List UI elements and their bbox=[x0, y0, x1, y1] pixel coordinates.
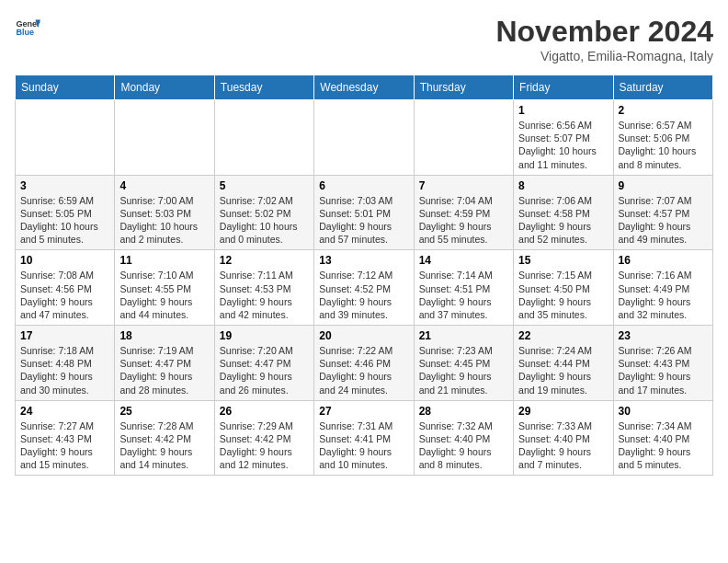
day-number: 9 bbox=[619, 179, 708, 192]
day-number: 30 bbox=[619, 405, 708, 418]
calendar-cell: 26Sunrise: 7:29 AM Sunset: 4:42 PM Dayli… bbox=[214, 400, 313, 476]
day-info: Sunrise: 7:32 AM Sunset: 4:40 PM Dayligh… bbox=[419, 419, 508, 472]
calendar-cell: 19Sunrise: 7:20 AM Sunset: 4:47 PM Dayli… bbox=[214, 326, 313, 401]
calendar-cell: 24Sunrise: 7:27 AM Sunset: 4:43 PM Dayli… bbox=[16, 400, 115, 476]
header: General Blue November 2024 Vigatto, Emil… bbox=[15, 15, 713, 63]
calendar-cell: 8Sunrise: 7:06 AM Sunset: 4:58 PM Daylig… bbox=[514, 175, 613, 250]
weekday-header-row: SundayMondayTuesdayWednesdayThursdayFrid… bbox=[16, 75, 713, 100]
calendar-cell: 2Sunrise: 6:57 AM Sunset: 5:06 PM Daylig… bbox=[613, 100, 712, 176]
day-info: Sunrise: 7:18 AM Sunset: 4:48 PM Dayligh… bbox=[20, 344, 109, 396]
weekday-header-sunday: Sunday bbox=[16, 75, 115, 100]
calendar-cell: 25Sunrise: 7:28 AM Sunset: 4:42 PM Dayli… bbox=[115, 400, 214, 476]
calendar-cell: 30Sunrise: 7:34 AM Sunset: 4:40 PM Dayli… bbox=[613, 400, 712, 476]
day-number: 8 bbox=[518, 179, 608, 192]
calendar-cell: 17Sunrise: 7:18 AM Sunset: 4:48 PM Dayli… bbox=[16, 326, 115, 401]
day-info: Sunrise: 7:00 AM Sunset: 5:03 PM Dayligh… bbox=[119, 194, 209, 247]
calendar-cell: 12Sunrise: 7:11 AM Sunset: 4:53 PM Dayli… bbox=[214, 250, 313, 326]
weekday-header-thursday: Thursday bbox=[414, 75, 513, 100]
calendar-cell: 15Sunrise: 7:15 AM Sunset: 4:50 PM Dayli… bbox=[514, 250, 613, 326]
calendar-cell: 1Sunrise: 6:56 AM Sunset: 5:07 PM Daylig… bbox=[514, 100, 613, 176]
calendar-table: SundayMondayTuesdayWednesdayThursdayFrid… bbox=[15, 75, 713, 476]
day-info: Sunrise: 6:57 AM Sunset: 5:06 PM Dayligh… bbox=[619, 119, 708, 171]
day-info: Sunrise: 7:14 AM Sunset: 4:51 PM Dayligh… bbox=[419, 269, 508, 321]
day-info: Sunrise: 7:27 AM Sunset: 4:43 PM Dayligh… bbox=[20, 419, 109, 472]
calendar-cell bbox=[314, 100, 414, 176]
calendar-cell: 11Sunrise: 7:10 AM Sunset: 4:55 PM Dayli… bbox=[115, 250, 214, 326]
day-info: Sunrise: 7:04 AM Sunset: 4:59 PM Dayligh… bbox=[419, 194, 508, 247]
day-number: 6 bbox=[319, 179, 408, 192]
day-info: Sunrise: 7:08 AM Sunset: 4:56 PM Dayligh… bbox=[20, 269, 109, 321]
day-info: Sunrise: 7:29 AM Sunset: 4:42 PM Dayligh… bbox=[220, 419, 309, 472]
calendar-cell bbox=[16, 100, 115, 176]
day-number: 4 bbox=[119, 179, 209, 192]
day-number: 25 bbox=[119, 405, 209, 418]
logo-icon: General Blue bbox=[15, 15, 40, 40]
calendar-cell bbox=[414, 100, 513, 176]
day-info: Sunrise: 7:22 AM Sunset: 4:46 PM Dayligh… bbox=[319, 344, 408, 396]
calendar-cell bbox=[115, 100, 214, 176]
day-number: 28 bbox=[419, 405, 508, 418]
day-number: 13 bbox=[319, 254, 408, 267]
subtitle: Vigatto, Emilia-Romagna, Italy bbox=[495, 49, 713, 63]
calendar-cell: 5Sunrise: 7:02 AM Sunset: 5:02 PM Daylig… bbox=[214, 175, 313, 250]
day-info: Sunrise: 7:16 AM Sunset: 4:49 PM Dayligh… bbox=[619, 269, 708, 321]
calendar-week-row: 17Sunrise: 7:18 AM Sunset: 4:48 PM Dayli… bbox=[16, 326, 713, 401]
calendar-cell: 6Sunrise: 7:03 AM Sunset: 5:01 PM Daylig… bbox=[314, 175, 414, 250]
calendar-week-row: 1Sunrise: 6:56 AM Sunset: 5:07 PM Daylig… bbox=[16, 100, 713, 176]
calendar-cell: 10Sunrise: 7:08 AM Sunset: 4:56 PM Dayli… bbox=[16, 250, 115, 326]
day-number: 18 bbox=[119, 329, 209, 342]
day-info: Sunrise: 7:34 AM Sunset: 4:40 PM Dayligh… bbox=[619, 419, 708, 472]
day-info: Sunrise: 7:03 AM Sunset: 5:01 PM Dayligh… bbox=[319, 194, 408, 247]
day-info: Sunrise: 7:15 AM Sunset: 4:50 PM Dayligh… bbox=[518, 269, 608, 321]
logo: General Blue bbox=[15, 15, 40, 40]
day-number: 22 bbox=[518, 329, 608, 342]
title-area: November 2024 Vigatto, Emilia-Romagna, I… bbox=[495, 15, 713, 63]
calendar-cell: 3Sunrise: 6:59 AM Sunset: 5:05 PM Daylig… bbox=[16, 175, 115, 250]
day-info: Sunrise: 7:31 AM Sunset: 4:41 PM Dayligh… bbox=[319, 419, 408, 472]
calendar-week-row: 24Sunrise: 7:27 AM Sunset: 4:43 PM Dayli… bbox=[16, 400, 713, 476]
day-number: 21 bbox=[419, 329, 508, 342]
day-info: Sunrise: 7:11 AM Sunset: 4:53 PM Dayligh… bbox=[220, 269, 309, 321]
day-number: 12 bbox=[220, 254, 309, 267]
weekday-header-saturday: Saturday bbox=[613, 75, 712, 100]
month-title: November 2024 bbox=[495, 15, 713, 49]
day-number: 10 bbox=[20, 254, 109, 267]
day-number: 29 bbox=[518, 405, 608, 418]
day-number: 11 bbox=[119, 254, 209, 267]
svg-text:Blue: Blue bbox=[16, 28, 34, 37]
calendar-cell: 23Sunrise: 7:26 AM Sunset: 4:43 PM Dayli… bbox=[613, 326, 712, 401]
day-info: Sunrise: 7:24 AM Sunset: 4:44 PM Dayligh… bbox=[518, 344, 608, 396]
calendar-cell: 4Sunrise: 7:00 AM Sunset: 5:03 PM Daylig… bbox=[115, 175, 214, 250]
day-info: Sunrise: 7:06 AM Sunset: 4:58 PM Dayligh… bbox=[518, 194, 608, 247]
day-number: 19 bbox=[220, 329, 309, 342]
day-number: 16 bbox=[619, 254, 708, 267]
calendar-cell: 21Sunrise: 7:23 AM Sunset: 4:45 PM Dayli… bbox=[414, 326, 513, 401]
day-info: Sunrise: 7:02 AM Sunset: 5:02 PM Dayligh… bbox=[220, 194, 309, 247]
day-number: 7 bbox=[419, 179, 508, 192]
weekday-header-tuesday: Tuesday bbox=[214, 75, 313, 100]
day-number: 5 bbox=[220, 179, 309, 192]
calendar-cell: 29Sunrise: 7:33 AM Sunset: 4:40 PM Dayli… bbox=[514, 400, 613, 476]
day-info: Sunrise: 7:12 AM Sunset: 4:52 PM Dayligh… bbox=[319, 269, 408, 321]
day-number: 15 bbox=[518, 254, 608, 267]
day-info: Sunrise: 7:33 AM Sunset: 4:40 PM Dayligh… bbox=[518, 419, 608, 472]
day-info: Sunrise: 7:23 AM Sunset: 4:45 PM Dayligh… bbox=[419, 344, 508, 396]
day-number: 14 bbox=[419, 254, 508, 267]
calendar-cell: 9Sunrise: 7:07 AM Sunset: 4:57 PM Daylig… bbox=[613, 175, 712, 250]
weekday-header-friday: Friday bbox=[514, 75, 613, 100]
calendar-cell bbox=[214, 100, 313, 176]
day-number: 3 bbox=[20, 179, 109, 192]
day-info: Sunrise: 6:56 AM Sunset: 5:07 PM Dayligh… bbox=[518, 119, 608, 171]
calendar-cell: 18Sunrise: 7:19 AM Sunset: 4:47 PM Dayli… bbox=[115, 326, 214, 401]
calendar-week-row: 10Sunrise: 7:08 AM Sunset: 4:56 PM Dayli… bbox=[16, 250, 713, 326]
calendar-cell: 16Sunrise: 7:16 AM Sunset: 4:49 PM Dayli… bbox=[613, 250, 712, 326]
day-info: Sunrise: 7:10 AM Sunset: 4:55 PM Dayligh… bbox=[119, 269, 209, 321]
day-number: 1 bbox=[518, 104, 608, 117]
day-number: 17 bbox=[20, 329, 109, 342]
weekday-header-monday: Monday bbox=[115, 75, 214, 100]
day-number: 2 bbox=[619, 104, 708, 117]
day-number: 26 bbox=[220, 405, 309, 418]
weekday-header-wednesday: Wednesday bbox=[314, 75, 414, 100]
day-info: Sunrise: 7:19 AM Sunset: 4:47 PM Dayligh… bbox=[119, 344, 209, 396]
calendar-cell: 14Sunrise: 7:14 AM Sunset: 4:51 PM Dayli… bbox=[414, 250, 513, 326]
